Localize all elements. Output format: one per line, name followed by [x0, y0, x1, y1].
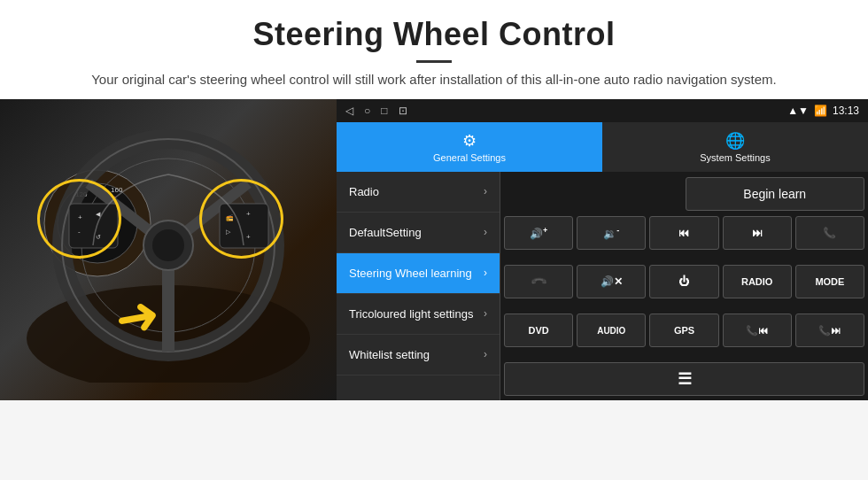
tab-general[interactable]: ⚙ General Settings: [337, 122, 602, 172]
vol-up-button[interactable]: 🔊+: [504, 216, 573, 250]
tel-next-button[interactable]: 📞⏭: [795, 314, 864, 347]
wifi-icon: 📶: [814, 105, 827, 117]
back-icon[interactable]: ◁: [345, 105, 353, 117]
button-grid-row2: 📞 🔊✕ ⏻ RADIO MODE: [504, 265, 864, 310]
system-settings-icon: 🌐: [725, 131, 745, 151]
left-button-highlight: [37, 179, 121, 259]
mode-button[interactable]: MODE: [795, 265, 864, 298]
prev-track-button[interactable]: ⏮: [649, 216, 718, 250]
phone-button[interactable]: 📞: [795, 216, 864, 250]
menu-icon[interactable]: ⊡: [399, 105, 407, 117]
chevron-right-icon: ›: [484, 267, 487, 279]
tel-prev-button[interactable]: 📞⏮: [723, 314, 792, 347]
header-section: Steering Wheel Control Your original car…: [0, 0, 868, 99]
clock: 13:13: [833, 105, 859, 117]
dvd-button[interactable]: DVD: [504, 314, 573, 347]
power-button[interactable]: ⏻: [649, 265, 718, 298]
vol-down-button[interactable]: 🔉-: [577, 216, 646, 250]
header-divider: [416, 60, 452, 63]
mute-button[interactable]: 🔊✕: [577, 265, 646, 298]
last-row: ☰: [504, 362, 864, 396]
status-right: ▲▼ 📶 13:13: [787, 105, 859, 117]
next-track-button[interactable]: ⏭: [723, 216, 792, 250]
header-subtitle: Your original car's steering wheel contr…: [18, 70, 850, 90]
chevron-right-icon: ›: [484, 185, 487, 197]
status-bar: ◁ ○ □ ⊡ ▲▼ 📶 13:13: [337, 99, 868, 122]
recents-icon[interactable]: □: [381, 105, 387, 117]
right-button-highlight: [199, 179, 283, 259]
android-panel: ◁ ○ □ ⊡ ▲▼ 📶 13:13 ⚙ General Settings 🌐 …: [337, 99, 868, 400]
button-grid-row1: 🔊+ 🔉- ⏮ ⏭ 📞: [504, 216, 864, 261]
steering-wheel-image: 120 160 + ◀ - ↺ 📻 + ▷ +: [0, 99, 337, 400]
menu-item-steering[interactable]: Steering Wheel learning ›: [337, 253, 500, 294]
control-panel: Begin learn 🔊+ 🔉- ⏮ ⏭: [500, 172, 868, 400]
content-area: 120 160 + ◀ - ↺ 📻 + ▷ +: [0, 99, 868, 418]
button-grid-row3: DVD AUDIO GPS 📞⏮ 📞⏭: [504, 314, 864, 359]
audio-button[interactable]: AUDIO: [577, 314, 646, 347]
nav-icons: ◁ ○ □ ⊡: [345, 105, 407, 117]
general-settings-icon: ⚙: [462, 131, 477, 151]
chevron-right-icon: ›: [484, 226, 487, 238]
chevron-right-icon: ›: [484, 307, 487, 320]
hang-up-button[interactable]: 📞: [504, 265, 573, 298]
page-title: Steering Wheel Control: [18, 16, 850, 53]
menu-item-radio[interactable]: Radio ›: [337, 172, 500, 213]
svg-point-13: [152, 229, 184, 261]
menu-panel: Radio › DefaultSetting › Steering Wheel …: [337, 172, 500, 400]
menu-item-whitelist[interactable]: Whitelist setting ›: [337, 335, 500, 375]
menu-item-tricoloured[interactable]: Tricoloured light settings ›: [337, 294, 500, 335]
tab-bar: ⚙ General Settings 🌐 System Settings: [337, 122, 868, 172]
begin-learn-row: Begin learn: [504, 175, 864, 213]
signal-icon: ▲▼: [787, 105, 809, 117]
list-button[interactable]: ☰: [504, 362, 864, 396]
spacer: [504, 177, 682, 211]
tab-system[interactable]: 🌐 System Settings: [602, 122, 868, 172]
chevron-right-icon: ›: [484, 348, 487, 360]
main-content: Radio › DefaultSetting › Steering Wheel …: [337, 172, 868, 400]
menu-item-default[interactable]: DefaultSetting ›: [337, 213, 500, 253]
begin-learn-button[interactable]: Begin learn: [686, 177, 865, 211]
home-icon[interactable]: ○: [364, 105, 370, 117]
radio-button[interactable]: RADIO: [723, 265, 792, 298]
gps-button[interactable]: GPS: [649, 314, 718, 347]
